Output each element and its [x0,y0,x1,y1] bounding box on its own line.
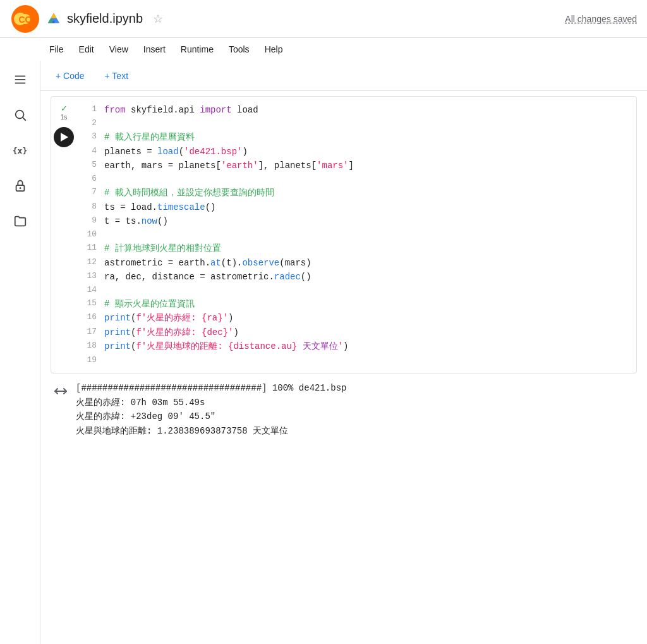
code-token: # 顯示火星的位置資訊 [104,299,195,309]
add-code-button[interactable]: + Code [51,68,90,83]
code-token: # 載入行星的星曆資料 [104,132,195,142]
line-number: 15 [87,297,104,311]
colab-logo: CO [10,4,40,34]
status-time: 1s [61,114,68,121]
menu-insert[interactable]: Insert [137,42,172,57]
sidebar-files-icon[interactable] [9,210,32,233]
line-content: print(f'火星的赤經: {ra}') [104,311,233,325]
code-token: load [157,147,179,157]
code-line: 2 [87,117,631,130]
output-line: 火星的赤緯: +23deg 09' 45.5" [76,410,346,423]
line-content: ra, dec, distance = astrometric.radec() [104,270,311,284]
svg-point-11 [19,187,21,189]
code-line: 15# 顯示火星的位置資訊 [87,297,631,311]
code-token: import [200,105,231,115]
cell-status: ✓ 1s [51,97,76,373]
code-cell[interactable]: ✓ 1s 1from skyfield.api import load23# 載… [51,96,637,374]
line-content: planets = load('de421.bsp') [104,145,248,159]
menu-tools[interactable]: Tools [222,42,256,57]
line-number: 3 [87,130,104,144]
menu-view[interactable]: View [103,42,135,57]
line-number: 12 [87,256,104,270]
line-number: 14 [87,284,104,297]
code-token: now [142,216,157,226]
svg-rect-7 [15,83,25,84]
code-line: 6 [87,173,631,186]
line-content: # 載入行星的星曆資料 [104,130,195,144]
code-token: 'earth' [221,161,258,171]
code-token: from [104,105,126,115]
code-token: () [157,216,168,226]
sidebar: {x} [0,61,40,644]
code-line: 17print(f'火星的赤緯: {dec}') [87,325,631,339]
code-token: f'火星與地球的距離: {distance.au} [136,341,302,351]
line-content: astrometric = earth.at(t).observe(mars) [104,256,311,270]
code-line: 11# 計算地球到火星的相對位置 [87,241,631,255]
code-token: () [301,272,311,282]
menu-file[interactable]: File [43,42,70,57]
line-content: ts = load.timescale() [104,200,215,214]
code-token: skyfield.api [126,105,200,115]
code-token: (mars) [279,258,311,268]
code-token: # 計算地球到火星的相對位置 [104,243,221,253]
code-token: 'de421.bsp' [184,147,242,157]
code-token: () [205,202,216,212]
run-triangle-icon [61,133,68,142]
code-token: ] [349,161,354,171]
add-text-button[interactable]: + Text [100,68,134,83]
code-token: 'mars' [317,161,348,171]
code-token: ) [242,147,247,157]
line-number: 2 [87,117,104,130]
code-line: 4planets = load('de421.bsp') [87,145,631,159]
code-line: 12astrometric = earth.at(t).observe(mars… [87,256,631,270]
code-token: # 載入時間模組，並設定你想要查詢的時間 [104,188,274,198]
sidebar-variables-icon[interactable]: {x} [9,139,32,162]
code-line: 9t = ts.now() [87,214,631,228]
sidebar-menu-icon[interactable] [9,68,32,91]
svg-line-9 [23,118,25,120]
output-icon [51,381,71,438]
menu-runtime[interactable]: Runtime [174,42,220,57]
code-token: f'火星的赤經: {ra}' [136,313,228,323]
line-number: 5 [87,159,104,173]
star-icon[interactable]: ☆ [153,12,163,26]
line-number: 17 [87,325,104,339]
code-token: ], planets[ [258,161,317,171]
run-button[interactable] [54,127,74,147]
code-line: 5earth, mars = planets['earth'], planets… [87,159,631,173]
code-editor[interactable]: 1from skyfield.api import load23# 載入行星的星… [82,97,636,373]
line-number: 8 [87,200,104,214]
changes-saved-status: All changes saved [565,14,637,24]
code-line: 1from skyfield.api import load [87,103,631,117]
output-text: [##################################] 100… [76,381,346,438]
line-content: from skyfield.api import load [104,103,258,117]
sidebar-search-icon[interactable] [9,104,32,126]
code-line: 14 [87,284,631,297]
code-token: print [104,327,131,337]
line-number: 6 [87,173,104,186]
notebook-area: + Code + Text ✓ 1s 1from skyfield.api im… [40,61,647,644]
output-area: [##################################] 100… [51,376,637,443]
line-number: 10 [87,228,104,241]
code-token: astrometric = earth. [104,258,210,268]
line-content: # 載入時間模組，並設定你想要查詢的時間 [104,186,274,200]
svg-text:CO: CO [19,15,32,25]
code-token: ) [343,341,348,351]
code-token: load [232,105,258,115]
code-line: 8ts = load.timescale() [87,200,631,214]
svg-rect-6 [15,79,25,80]
menu-help[interactable]: Help [258,42,289,57]
code-line: 13ra, dec, distance = astrometric.radec(… [87,270,631,284]
code-token: t = ts. [104,216,142,226]
code-token: timescale [157,202,205,212]
output-line: 火星的赤經: 07h 03m 55.49s [76,396,346,410]
code-token: ra, dec, distance = astrometric. [104,272,274,282]
code-line: 7# 載入時間模組，並設定你想要查詢的時間 [87,186,631,200]
sidebar-secrets-icon[interactable] [9,174,32,197]
code-line: 10 [87,228,631,241]
code-token: ) [233,327,238,337]
line-number: 1 [87,103,104,117]
line-number: 9 [87,214,104,228]
menu-edit[interactable]: Edit [73,42,100,57]
code-line: 16print(f'火星的赤經: {ra}') [87,311,631,325]
